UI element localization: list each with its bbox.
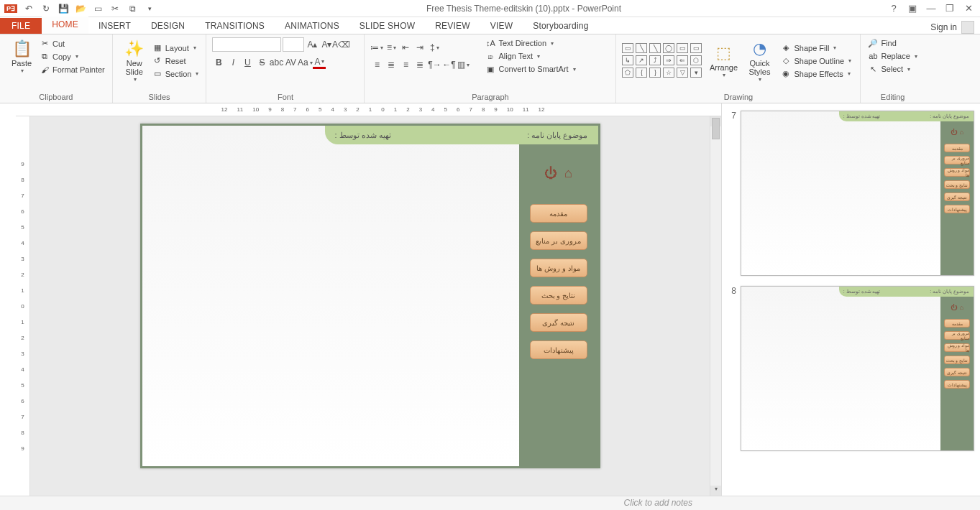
ribbon-display-icon[interactable]: ▣: [907, 3, 918, 14]
strikethrough-icon[interactable]: S: [255, 56, 268, 69]
thumb-preview[interactable]: موضوع پایان نامه :تهیه شده توسط : ⏻⌂ مقد…: [741, 111, 974, 276]
canvas-area[interactable]: موضوع پایان نامه : تهیه شده توسط : ⏻ ⌂ م…: [30, 116, 710, 496]
thumbnail[interactable]: 8 موضوع پایان نامه :تهیه شده توسط : ⏻⌂ م…: [728, 286, 974, 451]
save-icon[interactable]: 💾: [58, 3, 69, 14]
underline-icon[interactable]: U: [241, 56, 254, 69]
thumbnail-panel[interactable]: 7 موضوع پایان نامه :تهیه شده توسط : ⏻⌂ م…: [721, 103, 980, 496]
power-icon[interactable]: ⏻: [544, 166, 557, 181]
nav-btn-3[interactable]: نتایج و بحث: [530, 286, 587, 305]
notes-pane[interactable]: Click to add notes: [0, 496, 980, 510]
tab-file[interactable]: FILE: [0, 18, 42, 34]
shape-effects-button[interactable]: ◉Shape Effects▾: [779, 68, 853, 80]
justify-icon[interactable]: ≣: [413, 58, 426, 71]
increase-indent-icon[interactable]: ⇥: [413, 41, 426, 54]
replace-button[interactable]: abReplace▾: [866, 50, 918, 62]
numbering-icon[interactable]: ≡▾: [385, 41, 398, 54]
nav-btn-1[interactable]: مروری بر منابع: [530, 231, 587, 250]
italic-icon[interactable]: I: [226, 56, 239, 69]
shape-outline-button[interactable]: ◇Shape Outline▾: [779, 55, 853, 67]
help-icon[interactable]: ?: [888, 3, 899, 14]
sign-in[interactable]: Sign in: [930, 21, 980, 34]
restore-icon[interactable]: ❐: [944, 3, 956, 14]
open-icon[interactable]: 📂: [75, 3, 86, 14]
tab-transitions[interactable]: TRANSITIONS: [195, 18, 275, 34]
scroll-down-icon[interactable]: ▾: [710, 486, 721, 496]
char-spacing-icon[interactable]: AV: [284, 56, 297, 69]
paste-button[interactable]: 📋 Paste ▾: [6, 37, 37, 75]
align-left-icon[interactable]: ≡: [370, 58, 383, 71]
slide-title-left: تهیه شده توسط :: [335, 131, 391, 140]
cut-button[interactable]: ✂Cut: [38, 38, 106, 50]
tab-storyboarding[interactable]: Storyboarding: [523, 18, 598, 34]
minimize-icon[interactable]: —: [925, 3, 937, 14]
bullets-icon[interactable]: ≔▾: [370, 41, 383, 54]
section-button[interactable]: ▭Section▾: [151, 68, 201, 80]
horizontal-ruler[interactable]: 1211109876543210123456789101112: [16, 103, 721, 116]
select-button[interactable]: ↖Select▾: [866, 63, 918, 75]
close-icon[interactable]: ✕: [963, 3, 974, 14]
layout-button[interactable]: ▦Layout▾: [151, 42, 201, 54]
columns-icon[interactable]: ▥▾: [457, 58, 470, 71]
tab-view[interactable]: VIEW: [480, 18, 523, 34]
bold-icon[interactable]: B: [212, 56, 225, 69]
vertical-scrollbar[interactable]: ▴ ▾: [710, 116, 721, 496]
qat-customize-icon[interactable]: ▾: [144, 3, 155, 14]
font-size-select[interactable]: [283, 37, 304, 52]
reset-button[interactable]: ↺Reset: [151, 55, 201, 67]
copy-button[interactable]: ⧉Copy▾: [38, 51, 106, 62]
clear-format-icon[interactable]: A⌫: [334, 38, 347, 51]
slide-main[interactable]: موضوع پایان نامه : تهیه شده توسط : ⏻ ⌂ م…: [140, 124, 600, 468]
find-button[interactable]: 🔎Find: [866, 37, 918, 49]
thumb-preview[interactable]: موضوع پایان نامه :تهیه شده توسط : ⏻⌂ مقد…: [741, 286, 974, 451]
nav-btn-0[interactable]: مقدمه: [530, 204, 587, 223]
rtl-icon[interactable]: ←¶: [442, 58, 455, 71]
tab-review[interactable]: REVIEW: [425, 18, 480, 34]
undo-icon[interactable]: ↶: [23, 3, 35, 14]
replace-icon: ab: [868, 51, 878, 61]
app-icon: P∃: [4, 4, 17, 13]
decrease-indent-icon[interactable]: ⇤: [399, 41, 412, 54]
grow-font-icon[interactable]: A▴: [306, 38, 319, 51]
window-title: Free Thesis Theme-editskin (10).pptx - P…: [160, 4, 888, 14]
align-right-icon[interactable]: ≡: [399, 58, 412, 71]
shapes-gallery[interactable]: ▭╲╲◯▭▭ ↳↗⤴⇒⇐⬡ ⬠{}☆▽▾: [622, 43, 703, 79]
format-painter-button[interactable]: 🖌Format Painter: [38, 64, 106, 75]
shape-fill-button[interactable]: ◈Shape Fill▾: [779, 42, 853, 54]
quick-styles-button[interactable]: ◔ Quick Styles▾: [743, 37, 775, 84]
line-spacing-icon[interactable]: ‡▾: [428, 41, 441, 54]
vertical-ruler[interactable]: 9876543210123456789: [16, 116, 30, 496]
align-center-icon[interactable]: ≣: [385, 58, 398, 71]
nav-btn-5[interactable]: پیشنهادات: [530, 340, 587, 359]
scroll-thumb[interactable]: [712, 118, 720, 139]
group-label-paragraph: Paragraph: [370, 91, 610, 101]
change-case-icon[interactable]: Aa▾: [298, 56, 311, 69]
shrink-font-icon[interactable]: A▾: [320, 38, 333, 51]
arrange-button[interactable]: ⬚ Arrange▾: [707, 42, 739, 80]
tab-insert[interactable]: INSERT: [88, 18, 141, 34]
tab-slideshow[interactable]: SLIDE SHOW: [349, 18, 425, 34]
layout-icon: ▦: [152, 43, 162, 53]
copy-qat-icon[interactable]: ⧉: [127, 3, 138, 14]
cut-qat-icon[interactable]: ✂: [109, 3, 121, 14]
font-color-icon[interactable]: A▾: [313, 56, 326, 69]
home-icon[interactable]: ⌂: [564, 166, 572, 181]
align-text-button[interactable]: ⎄Align Text▾: [484, 50, 577, 62]
tab-design[interactable]: DESIGN: [141, 18, 195, 34]
font-family-select[interactable]: [212, 37, 281, 52]
redo-icon[interactable]: ↻: [40, 3, 52, 14]
tab-home[interactable]: HOME: [42, 17, 88, 34]
nav-btn-2[interactable]: مواد و روش ها: [530, 259, 587, 277]
text-direction-button[interactable]: ↕AText Direction▾: [484, 37, 577, 49]
new-doc-icon[interactable]: ▭: [92, 3, 104, 14]
left-gutter: [0, 103, 16, 496]
new-slide-button[interactable]: ✨ New Slide ▾: [119, 37, 150, 84]
nav-btn-4[interactable]: نتیجه گیری: [530, 313, 587, 332]
group-slides: ✨ New Slide ▾ ▦Layout▾ ↺Reset ▭Section▾ …: [113, 34, 207, 103]
thumbnail[interactable]: 7 موضوع پایان نامه :تهیه شده توسط : ⏻⌂ م…: [728, 111, 974, 276]
shadow-icon[interactable]: abc: [270, 56, 283, 69]
tab-animations[interactable]: ANIMATIONS: [275, 18, 349, 34]
slide-top-bar: موضوع پایان نامه : تهیه شده توسط :: [325, 126, 598, 144]
find-icon: 🔎: [868, 38, 878, 48]
convert-smartart-button[interactable]: ▣Convert to SmartArt▾: [484, 63, 577, 75]
ltr-icon[interactable]: ¶→: [428, 58, 441, 71]
